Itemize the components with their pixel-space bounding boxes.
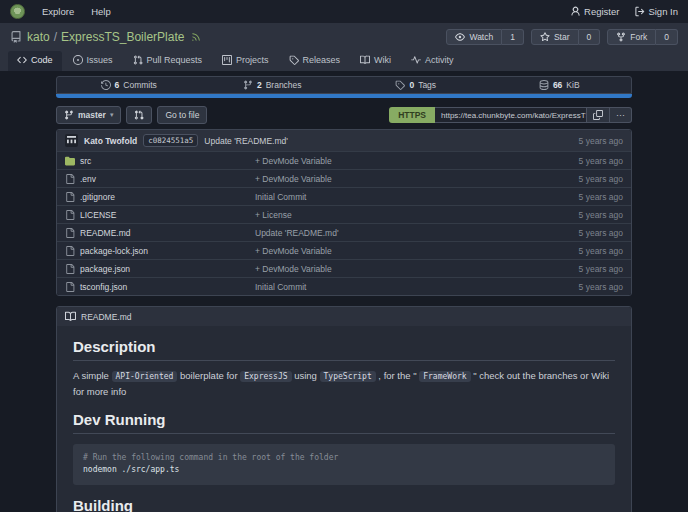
file-commit-message[interactable]: Initial Commit [255,192,579,202]
tab-activity[interactable]: Activity [402,51,463,71]
commit-message[interactable]: Update 'README.md' [204,136,288,146]
file-commit-message[interactable]: + DevMode Variable [255,174,579,184]
stat-size[interactable]: 66 KiB [488,77,632,93]
fork-count[interactable]: 0 [656,29,678,45]
star-label: Star [554,32,570,42]
branch-selector[interactable]: master ▾ [56,106,121,124]
eye-icon [455,32,465,42]
branches-compare-button[interactable] [126,106,152,124]
tab-wiki[interactable]: Wiki [351,51,400,71]
inline-code: ExpressJS [240,371,291,382]
tag-icon [289,55,299,65]
more-options-button[interactable]: ··· [610,107,632,123]
nav-help-link[interactable]: Help [91,6,111,17]
commits-count: 6 [115,80,120,90]
file-commit-message[interactable]: Update 'README.md' [255,228,579,238]
size-count: 66 [553,80,562,90]
branch-icon [243,80,253,90]
file-link[interactable]: package-lock.json [80,246,148,256]
readme-heading-description: Description [73,338,615,361]
tab-issues[interactable]: Issues [64,51,122,71]
file-icon [65,246,75,256]
table-row[interactable]: .gitignore Initial Commit 5 years ago [57,187,631,205]
tab-projects[interactable]: Projects [213,51,278,71]
sign-in-icon [634,6,645,17]
star-button[interactable]: Star [531,29,579,45]
tab-pull-requests[interactable]: Pull Requests [124,51,212,71]
watch-count[interactable]: 1 [502,29,524,45]
commit-time: 5 years ago [579,136,623,146]
tab-wiki-label: Wiki [374,55,391,65]
tab-code[interactable]: Code [8,51,62,71]
file-commit-message[interactable]: + DevMode Variable [255,264,579,274]
commit-author[interactable]: Kato Twofold [84,136,137,146]
file-link[interactable]: src [80,156,91,166]
project-icon [222,55,232,65]
book-icon [360,55,370,65]
copy-url-button[interactable] [587,107,610,123]
file-link[interactable]: .env [80,174,96,184]
file-link[interactable]: .gitignore [80,192,115,202]
star-count[interactable]: 0 [579,29,601,45]
fork-button[interactable]: Fork [607,29,656,45]
book-icon [65,311,76,322]
history-icon [101,80,111,90]
rss-icon[interactable] [191,32,201,42]
file-commit-message[interactable]: + DevMode Variable [255,156,579,166]
readme-content: Description A simple API-Oriented boiler… [57,326,631,512]
table-row[interactable]: .env + DevMode Variable 5 years ago [57,169,631,187]
file-link[interactable]: README.md [80,228,131,238]
table-row[interactable]: README.md Update 'README.md' 5 years ago [57,223,631,241]
file-commit-message[interactable]: Initial Commit [255,282,579,292]
branch-icon [64,110,74,120]
language-stats-bar[interactable] [56,94,632,98]
avatar[interactable] [65,134,78,147]
desc-text: boilerplate for [177,370,240,381]
file-commit-message[interactable]: + License [255,210,579,220]
table-row[interactable]: LICENSE + License 5 years ago [57,205,631,223]
table-row[interactable]: src + DevMode Variable 5 years ago [57,151,631,169]
table-row[interactable]: tsconfig.json Initial Commit 5 years ago [57,277,631,295]
file-commit-time: 5 years ago [579,210,623,220]
file-commit-time: 5 years ago [579,264,623,274]
tab-releases[interactable]: Releases [280,51,350,71]
file-browser: Kato Twofold c0824551a5 Update 'README.m… [56,129,632,296]
sign-in-button[interactable]: Sign In [634,6,678,17]
stat-branches[interactable]: 2 Branches [201,77,345,93]
repo-name-link[interactable]: ExpressTS_BoilerPlate [61,30,184,44]
table-row[interactable]: package.json + DevMode Variable 5 years … [57,259,631,277]
tags-count: 0 [409,80,414,90]
file-link[interactable]: package.json [80,264,130,274]
register-button[interactable]: Register [570,6,619,17]
file-commit-time: 5 years ago [579,192,623,202]
table-row[interactable]: package-lock.json + DevMode Variable 5 y… [57,241,631,259]
readme-panel: README.md Description A simple API-Orien… [56,306,632,512]
file-commit-message[interactable]: + DevMode Variable [255,246,579,256]
folder-icon [65,156,75,166]
commit-hash[interactable]: c0824551a5 [143,134,198,147]
stat-tags[interactable]: 0 Tags [344,77,488,93]
readme-heading-dev-running: Dev Running [73,411,615,434]
tab-releases-label: Releases [303,55,341,65]
chevron-down-icon: ▾ [110,111,114,119]
identicon [67,136,76,145]
tab-activity-label: Activity [425,55,454,65]
readme-heading-building: Building [73,497,615,512]
stat-commits[interactable]: 6 Commits [57,77,201,93]
file-icon [65,210,75,220]
https-protocol-button[interactable]: HTTPS [389,107,435,123]
clone-url-input[interactable]: https://tea.chunkbyte.com/kato/ExpressTS… [435,107,587,123]
readme-header[interactable]: README.md [57,307,631,326]
site-logo-icon[interactable] [10,4,25,19]
watch-button[interactable]: Watch [446,29,502,45]
desc-text: , for the " [376,370,420,381]
file-link[interactable]: LICENSE [80,210,116,220]
star-icon [540,32,550,42]
inline-code: API-Oriented [112,371,178,382]
tab-code-label: Code [31,55,53,65]
go-to-file-button[interactable]: Go to file [157,106,207,124]
file-link[interactable]: tsconfig.json [80,282,127,292]
fork-label: Fork [630,32,647,42]
repo-owner-link[interactable]: kato [27,30,50,44]
nav-explore-link[interactable]: Explore [42,6,74,17]
